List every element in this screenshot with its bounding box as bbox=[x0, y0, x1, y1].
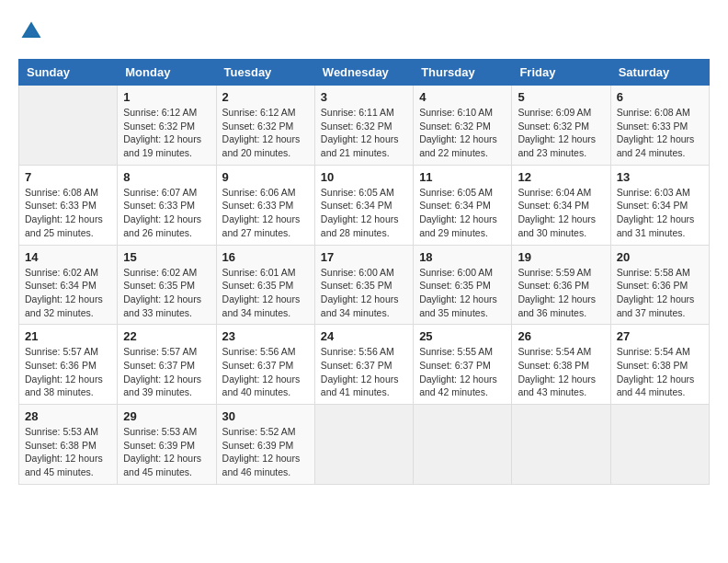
calendar-day-cell: 1Sunrise: 6:12 AM Sunset: 6:32 PM Daylig… bbox=[118, 86, 216, 166]
calendar-day-cell: 13Sunrise: 6:03 AM Sunset: 6:34 PM Dayli… bbox=[610, 165, 709, 245]
calendar-day-cell: 23Sunrise: 5:56 AM Sunset: 6:37 PM Dayli… bbox=[216, 325, 314, 405]
day-number: 28 bbox=[25, 409, 111, 423]
day-number: 9 bbox=[222, 170, 309, 184]
calendar-day-cell: 28Sunrise: 5:53 AM Sunset: 6:38 PM Dayli… bbox=[19, 405, 118, 485]
day-info: Sunrise: 6:11 AM Sunset: 6:32 PM Dayligh… bbox=[321, 106, 407, 160]
calendar-week-row: 28Sunrise: 5:53 AM Sunset: 6:38 PM Dayli… bbox=[19, 405, 710, 485]
day-info: Sunrise: 5:54 AM Sunset: 6:38 PM Dayligh… bbox=[518, 345, 604, 399]
day-number: 11 bbox=[419, 170, 506, 184]
day-number: 30 bbox=[222, 409, 309, 423]
calendar-day-cell bbox=[314, 405, 413, 485]
calendar-day-cell: 6Sunrise: 6:08 AM Sunset: 6:33 PM Daylig… bbox=[610, 86, 709, 166]
day-number: 22 bbox=[123, 329, 210, 343]
calendar-day-cell: 18Sunrise: 6:00 AM Sunset: 6:35 PM Dayli… bbox=[414, 245, 512, 325]
calendar-day-cell: 30Sunrise: 5:52 AM Sunset: 6:39 PM Dayli… bbox=[216, 405, 314, 485]
weekday-header: Sunday bbox=[19, 60, 118, 86]
day-number: 10 bbox=[321, 170, 407, 184]
calendar-day-cell: 3Sunrise: 6:11 AM Sunset: 6:32 PM Daylig… bbox=[314, 86, 413, 166]
calendar-day-cell: 22Sunrise: 5:57 AM Sunset: 6:37 PM Dayli… bbox=[118, 325, 216, 405]
day-info: Sunrise: 6:00 AM Sunset: 6:35 PM Dayligh… bbox=[321, 266, 407, 320]
weekday-header: Saturday bbox=[610, 60, 709, 86]
page-header bbox=[18, 18, 710, 44]
day-number: 20 bbox=[617, 250, 703, 264]
weekday-header: Friday bbox=[512, 60, 610, 86]
calendar-week-row: 1Sunrise: 6:12 AM Sunset: 6:32 PM Daylig… bbox=[19, 86, 710, 166]
day-info: Sunrise: 5:57 AM Sunset: 6:36 PM Dayligh… bbox=[25, 345, 111, 399]
day-number: 5 bbox=[518, 90, 604, 104]
day-info: Sunrise: 6:01 AM Sunset: 6:35 PM Dayligh… bbox=[222, 266, 309, 320]
day-info: Sunrise: 6:08 AM Sunset: 6:33 PM Dayligh… bbox=[617, 106, 703, 160]
day-info: Sunrise: 6:00 AM Sunset: 6:35 PM Dayligh… bbox=[419, 266, 506, 320]
day-info: Sunrise: 6:08 AM Sunset: 6:33 PM Dayligh… bbox=[25, 186, 111, 240]
calendar-week-row: 21Sunrise: 5:57 AM Sunset: 6:36 PM Dayli… bbox=[19, 325, 710, 405]
day-number: 16 bbox=[222, 250, 309, 264]
calendar-day-cell: 15Sunrise: 6:02 AM Sunset: 6:35 PM Dayli… bbox=[118, 245, 216, 325]
calendar-day-cell: 29Sunrise: 5:53 AM Sunset: 6:39 PM Dayli… bbox=[118, 405, 216, 485]
day-number: 7 bbox=[25, 170, 111, 184]
day-number: 27 bbox=[617, 329, 703, 343]
calendar-day-cell bbox=[610, 405, 709, 485]
calendar-day-cell: 8Sunrise: 6:07 AM Sunset: 6:33 PM Daylig… bbox=[118, 165, 216, 245]
calendar-day-cell: 4Sunrise: 6:10 AM Sunset: 6:32 PM Daylig… bbox=[414, 86, 512, 166]
day-number: 18 bbox=[419, 250, 506, 264]
calendar-day-cell bbox=[19, 86, 118, 166]
day-number: 17 bbox=[321, 250, 407, 264]
day-number: 24 bbox=[321, 329, 407, 343]
day-number: 3 bbox=[321, 90, 407, 104]
day-info: Sunrise: 6:02 AM Sunset: 6:35 PM Dayligh… bbox=[123, 266, 210, 320]
calendar-day-cell bbox=[414, 405, 512, 485]
day-number: 26 bbox=[518, 329, 604, 343]
calendar-day-cell: 10Sunrise: 6:05 AM Sunset: 6:34 PM Dayli… bbox=[314, 165, 413, 245]
day-info: Sunrise: 6:05 AM Sunset: 6:34 PM Dayligh… bbox=[419, 186, 506, 240]
logo-icon bbox=[18, 18, 44, 44]
day-info: Sunrise: 6:10 AM Sunset: 6:32 PM Dayligh… bbox=[419, 106, 506, 160]
day-number: 19 bbox=[518, 250, 604, 264]
day-info: Sunrise: 5:55 AM Sunset: 6:37 PM Dayligh… bbox=[419, 345, 506, 399]
calendar-day-cell: 7Sunrise: 6:08 AM Sunset: 6:33 PM Daylig… bbox=[19, 165, 118, 245]
calendar-day-cell: 2Sunrise: 6:12 AM Sunset: 6:32 PM Daylig… bbox=[216, 86, 314, 166]
calendar-day-cell: 26Sunrise: 5:54 AM Sunset: 6:38 PM Dayli… bbox=[512, 325, 610, 405]
day-number: 8 bbox=[123, 170, 210, 184]
calendar-day-cell bbox=[512, 405, 610, 485]
day-info: Sunrise: 6:02 AM Sunset: 6:34 PM Dayligh… bbox=[25, 266, 111, 320]
calendar-day-cell: 19Sunrise: 5:59 AM Sunset: 6:36 PM Dayli… bbox=[512, 245, 610, 325]
calendar-day-cell: 20Sunrise: 5:58 AM Sunset: 6:36 PM Dayli… bbox=[610, 245, 709, 325]
day-info: Sunrise: 5:54 AM Sunset: 6:38 PM Dayligh… bbox=[617, 345, 703, 399]
day-info: Sunrise: 5:58 AM Sunset: 6:36 PM Dayligh… bbox=[617, 266, 703, 320]
day-number: 4 bbox=[419, 90, 506, 104]
day-info: Sunrise: 5:56 AM Sunset: 6:37 PM Dayligh… bbox=[222, 345, 309, 399]
calendar-week-row: 14Sunrise: 6:02 AM Sunset: 6:34 PM Dayli… bbox=[19, 245, 710, 325]
day-number: 2 bbox=[222, 90, 309, 104]
day-info: Sunrise: 5:57 AM Sunset: 6:37 PM Dayligh… bbox=[123, 345, 210, 399]
day-info: Sunrise: 5:56 AM Sunset: 6:37 PM Dayligh… bbox=[321, 345, 407, 399]
calendar-header-row: SundayMondayTuesdayWednesdayThursdayFrid… bbox=[19, 60, 710, 86]
day-info: Sunrise: 5:59 AM Sunset: 6:36 PM Dayligh… bbox=[518, 266, 604, 320]
calendar-day-cell: 11Sunrise: 6:05 AM Sunset: 6:34 PM Dayli… bbox=[414, 165, 512, 245]
day-info: Sunrise: 6:12 AM Sunset: 6:32 PM Dayligh… bbox=[123, 106, 210, 160]
weekday-header: Monday bbox=[118, 60, 216, 86]
day-info: Sunrise: 5:53 AM Sunset: 6:39 PM Dayligh… bbox=[123, 425, 210, 479]
day-number: 29 bbox=[123, 409, 210, 423]
calendar-day-cell: 25Sunrise: 5:55 AM Sunset: 6:37 PM Dayli… bbox=[414, 325, 512, 405]
day-info: Sunrise: 5:53 AM Sunset: 6:38 PM Dayligh… bbox=[25, 425, 111, 479]
calendar-day-cell: 12Sunrise: 6:04 AM Sunset: 6:34 PM Dayli… bbox=[512, 165, 610, 245]
day-number: 23 bbox=[222, 329, 309, 343]
weekday-header: Tuesday bbox=[216, 60, 314, 86]
day-info: Sunrise: 6:04 AM Sunset: 6:34 PM Dayligh… bbox=[518, 186, 604, 240]
day-number: 12 bbox=[518, 170, 604, 184]
day-number: 6 bbox=[617, 90, 703, 104]
weekday-header: Wednesday bbox=[314, 60, 413, 86]
day-number: 21 bbox=[25, 329, 111, 343]
day-number: 25 bbox=[419, 329, 506, 343]
day-info: Sunrise: 6:07 AM Sunset: 6:33 PM Dayligh… bbox=[123, 186, 210, 240]
day-number: 14 bbox=[25, 250, 111, 264]
calendar-table: SundayMondayTuesdayWednesdayThursdayFrid… bbox=[18, 59, 710, 485]
weekday-header: Thursday bbox=[414, 60, 512, 86]
calendar-day-cell: 16Sunrise: 6:01 AM Sunset: 6:35 PM Dayli… bbox=[216, 245, 314, 325]
calendar-day-cell: 14Sunrise: 6:02 AM Sunset: 6:34 PM Dayli… bbox=[19, 245, 118, 325]
calendar-day-cell: 9Sunrise: 6:06 AM Sunset: 6:33 PM Daylig… bbox=[216, 165, 314, 245]
day-info: Sunrise: 6:06 AM Sunset: 6:33 PM Dayligh… bbox=[222, 186, 309, 240]
logo bbox=[18, 18, 48, 44]
day-number: 13 bbox=[617, 170, 703, 184]
calendar-day-cell: 24Sunrise: 5:56 AM Sunset: 6:37 PM Dayli… bbox=[314, 325, 413, 405]
